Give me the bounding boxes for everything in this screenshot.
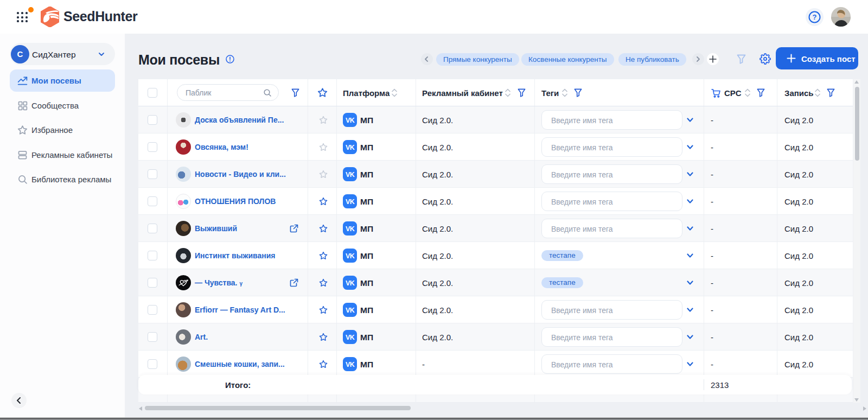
svg-text:VK: VK <box>346 144 355 151</box>
svg-text:VK: VK <box>346 117 355 124</box>
svg-text:VK: VK <box>346 225 355 233</box>
svg-text:VK: VK <box>346 307 355 314</box>
svg-text:?: ? <box>813 13 817 21</box>
svg-text:VK: VK <box>346 361 355 368</box>
svg-text:VK: VK <box>346 171 355 179</box>
svg-text:VK: VK <box>346 334 355 341</box>
svg-text:VK: VK <box>346 198 355 206</box>
svg-text:VK: VK <box>346 279 355 287</box>
svg-text:VK: VK <box>346 252 355 260</box>
